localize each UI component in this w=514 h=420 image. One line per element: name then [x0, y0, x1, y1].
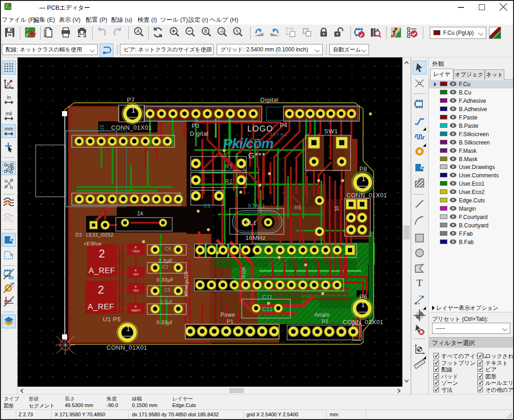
svg-text:C11: C11 — [262, 294, 273, 301]
svg-text:+BATT: +BATT — [131, 309, 141, 312]
svg-text:+5V: +5V — [133, 289, 139, 292]
svg-text:A_REF: A_REF — [88, 302, 114, 311]
svg-text:TAL1: TAL1 — [242, 219, 257, 226]
svg-text:1: 1 — [132, 106, 135, 114]
svg-text:P6: P6 — [359, 293, 367, 300]
svg-text:P3: P3 — [192, 122, 200, 129]
svg-text:θ: θ — [9, 84, 11, 88]
svg-text:1k: 1k — [137, 210, 144, 217]
svg-text:in: in — [7, 94, 11, 100]
svg-text:P2: P2 — [322, 319, 328, 324]
svg-text:1: 1 — [126, 325, 130, 332]
svg-text:G***: G*** — [248, 151, 265, 160]
svg-text:LE33_I0252: LE33_I0252 — [86, 232, 113, 238]
svg-text:P4: P4 — [280, 122, 288, 129]
svg-text:B: B — [135, 246, 137, 249]
svg-text:A_REF: A_REF — [88, 266, 115, 275]
svg-text:Pki/cōm: Pki/cōm — [223, 136, 273, 151]
svg-text:U3: U3 — [99, 125, 105, 132]
svg-text:P1: P1 — [227, 319, 233, 324]
svg-text:D gital: D gital — [190, 130, 208, 137]
svg-text:U1 P5: U1 P5 — [103, 316, 121, 323]
svg-text:0.33μf: 0.33μf — [157, 320, 172, 325]
svg-text:プラチナム: プラチナム — [269, 132, 288, 137]
svg-text:R2: R2 — [225, 178, 232, 185]
svg-text:+3V3: +3V3 — [132, 250, 140, 253]
svg-text:2: 2 — [99, 247, 105, 260]
svg-text:R1: R1 — [225, 163, 232, 170]
svg-text:CONN_01X01: CONN_01X01 — [107, 344, 147, 351]
svg-text:1: 1 — [362, 175, 365, 182]
svg-text:CONN_01X01: CONN_01X01 — [111, 124, 152, 131]
svg-text:C1: C1 — [204, 203, 211, 208]
svg-text:A: A — [137, 29, 140, 34]
svg-text:T: T — [416, 277, 423, 288]
svg-text:+5V: +5V — [133, 273, 139, 276]
svg-text:CONN_01X01: CONN_01X01 — [343, 319, 383, 326]
svg-text:R5: R5 — [295, 205, 301, 210]
svg-text:<E\Blue: <E\Blue — [84, 241, 102, 246]
svg-text:ATmega328: ATmega328 — [184, 271, 189, 296]
svg-text:10: 10 — [334, 206, 339, 211]
svg-text:mil: mil — [6, 111, 12, 116]
svg-text:C6: C6 — [165, 246, 171, 251]
svg-text:C5: C5 — [164, 288, 171, 293]
svg-text:１: １ — [195, 119, 199, 122]
svg-text:LOGO: LOGO — [247, 124, 273, 133]
svg-text:B: B — [135, 269, 137, 272]
svg-text:Powe: Powe — [220, 312, 235, 318]
svg-text:B: B — [135, 305, 137, 308]
svg-text:D3: D3 — [75, 232, 82, 238]
svg-text:B: B — [135, 285, 137, 288]
svg-text:Digital: Digital — [260, 96, 279, 103]
svg-text:P8: P8 — [359, 165, 367, 172]
svg-text:mm: mm — [5, 126, 13, 132]
svg-text:0.33μF: 0.33μF — [157, 277, 174, 282]
svg-text:SW1: SW1 — [324, 128, 338, 135]
svg-text:CONN_01X01: CONN_01X01 — [346, 192, 387, 199]
svg-text:1: 1 — [361, 301, 365, 308]
svg-text:XTAL1: XTAL1 — [248, 203, 265, 209]
svg-text:P7: P7 — [127, 96, 135, 103]
svg-text:2: 2 — [98, 283, 104, 296]
svg-text:Analo: Analo — [314, 312, 330, 318]
svg-text:R11K: R11K — [241, 266, 246, 278]
svg-text:3.3μF: 3.3μF — [160, 300, 173, 305]
svg-text:16MHz: 16MHz — [245, 234, 266, 241]
svg-text:C11: C11 — [262, 306, 273, 313]
svg-text:2.2μF: 2.2μF — [158, 258, 173, 263]
svg-text:C2: C2 — [162, 264, 169, 270]
